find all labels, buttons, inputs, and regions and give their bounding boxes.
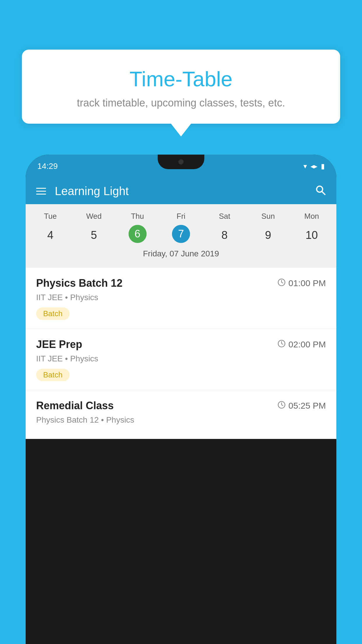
app-title: Learning Light — [55, 185, 315, 198]
batch-badge-2: Batch — [36, 369, 70, 381]
day-header-sat: Sat — [203, 209, 246, 224]
clock-icon-1 — [277, 278, 286, 288]
day-header-sun: Sun — [246, 209, 290, 224]
notch — [158, 155, 204, 169]
day-header-wed: Wed — [72, 209, 115, 224]
day-header-thu: Thu — [116, 209, 159, 224]
day-header-mon: Mon — [290, 209, 333, 224]
class-item-header-1: Physics Batch 12 01:00 PM — [36, 277, 326, 289]
status-bar: 14:29 ▾ ◂▸ ▮ — [26, 155, 336, 178]
day-header-tue: Tue — [29, 209, 72, 224]
day-5[interactable]: 5 — [72, 225, 115, 246]
class-time-2: 02:00 PM — [277, 340, 326, 350]
battery-icon: ▮ — [321, 162, 325, 170]
camera-dot — [178, 159, 184, 164]
signal-icon: ◂▸ — [310, 162, 317, 170]
classes-list: Physics Batch 12 01:00 PM IIT JEE • Phys… — [26, 268, 336, 439]
class-item-remedial[interactable]: Remedial Class 05:25 PM Physics Batch 12… — [26, 390, 336, 439]
status-icons: ▾ ◂▸ ▮ — [303, 162, 325, 170]
class-name-3: Remedial Class — [36, 400, 114, 412]
search-icon[interactable] — [315, 184, 326, 198]
tooltip-card: Time-Table track timetable, upcoming cla… — [22, 50, 340, 124]
day-7-selected[interactable]: 7 — [172, 225, 190, 243]
class-name-2: JEE Prep — [36, 338, 82, 351]
day-8[interactable]: 8 — [203, 225, 246, 246]
day-10[interactable]: 10 — [290, 225, 333, 246]
day-headers: Tue Wed Thu Fri Sat Sun Mon — [26, 209, 336, 224]
class-item-header-3: Remedial Class 05:25 PM — [36, 400, 326, 412]
class-item-jee-prep[interactable]: JEE Prep 02:00 PM IIT JEE • Physics Batc… — [26, 329, 336, 390]
day-numbers: 4 5 6 7 8 9 10 — [26, 225, 336, 246]
class-time-1: 01:00 PM — [277, 278, 326, 288]
class-item-physics-batch-12[interactable]: Physics Batch 12 01:00 PM IIT JEE • Phys… — [26, 268, 336, 329]
class-meta-2: IIT JEE • Physics — [36, 354, 326, 363]
batch-badge-1: Batch — [36, 307, 70, 320]
class-name-1: Physics Batch 12 — [36, 277, 122, 289]
svg-line-1 — [322, 191, 325, 194]
class-item-header-2: JEE Prep 02:00 PM — [36, 338, 326, 351]
day-header-fri: Fri — [159, 209, 203, 224]
wifi-icon: ▾ — [303, 162, 307, 170]
class-meta-3: Physics Batch 12 • Physics — [36, 415, 326, 425]
hamburger-menu-icon[interactable] — [36, 188, 46, 195]
day-9[interactable]: 9 — [246, 225, 290, 246]
status-time: 14:29 — [37, 162, 58, 171]
day-6-today[interactable]: 6 — [129, 225, 147, 243]
class-meta-1: IIT JEE • Physics — [36, 293, 326, 302]
tooltip-title: Time-Table — [36, 67, 326, 91]
app-bar: Learning Light — [26, 178, 336, 204]
tooltip-subtitle: track timetable, upcoming classes, tests… — [36, 97, 326, 109]
calendar-section: Tue Wed Thu Fri Sat Sun Mon 4 5 6 7 8 9 … — [26, 204, 336, 268]
class-time-3: 05:25 PM — [277, 401, 326, 411]
clock-icon-3 — [277, 401, 286, 411]
clock-icon-2 — [277, 340, 286, 350]
phone-frame: 14:29 ▾ ◂▸ ▮ Learning Light Tue Wed — [26, 155, 336, 644]
calendar-date-label: Friday, 07 June 2019 — [26, 246, 336, 263]
day-4[interactable]: 4 — [29, 225, 72, 246]
